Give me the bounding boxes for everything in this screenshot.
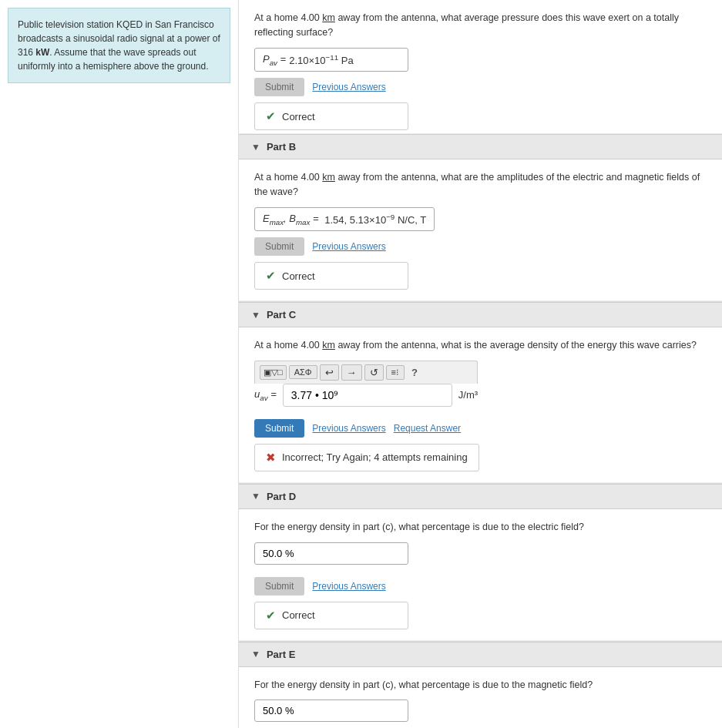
- partb-collapse-arrow[interactable]: ▼: [251, 142, 260, 153]
- intro-question: At a home 4.00 km away from the antenna,…: [239, 0, 722, 134]
- partd-prev-answers-button[interactable]: Previous Answers: [312, 581, 385, 592]
- partd-input[interactable]: [254, 542, 408, 565]
- partb-question-text: At a home 4.00 km away from the antenna,…: [254, 170, 707, 200]
- partd-header[interactable]: ▼ Part D: [239, 484, 722, 509]
- math-toolbar-menu-btn[interactable]: ≡⁝: [386, 365, 405, 380]
- math-toolbar-reset-btn[interactable]: ↺: [364, 364, 384, 381]
- math-toolbar-help-btn[interactable]: ?: [407, 365, 422, 380]
- partc-input[interactable]: [283, 384, 452, 407]
- math-toolbar-grid-btn[interactable]: ▣▽□: [260, 365, 287, 380]
- partc-incorrect-box: ✖ Incorrect; Try Again; 4 attempts remai…: [254, 444, 479, 471]
- partc-header[interactable]: ▼ Part C: [239, 302, 722, 327]
- partb-correct-box: ✔ Correct: [254, 262, 408, 290]
- parta-prev-answers-button[interactable]: Previous Answers: [312, 82, 385, 92]
- partd-btn-row: Submit Previous Answers: [254, 577, 707, 595]
- partd-section: ▼ Part D For the energy density in part …: [239, 484, 722, 642]
- problem-description: Public television station KQED in San Fr…: [8, 8, 230, 83]
- partc-submit-button[interactable]: Submit: [254, 419, 304, 438]
- parta-check-icon: ✔: [266, 109, 276, 123]
- parte-body: For the energy density in part (c), what…: [239, 667, 722, 728]
- partb-body: At a home 4.00 km away from the antenna,…: [239, 159, 722, 301]
- parte-header[interactable]: ▼ Part E: [239, 642, 722, 667]
- math-toolbar-symbols-btn[interactable]: ΑΣΦ: [289, 365, 317, 379]
- partb-answer-box: Emax, Bmax = 1.54, 5.13×10−9 N/C, T: [254, 207, 435, 232]
- parta-answer-box: Pav = 2.10×10−11 Pa: [254, 48, 408, 72]
- partb-check-icon: ✔: [266, 269, 276, 283]
- partb-header[interactable]: ▼ Part B: [239, 134, 722, 159]
- intro-question-text: At a home 4.00 km away from the antenna,…: [254, 11, 707, 40]
- main-content: At a home 4.00 km away from the antenna,…: [239, 0, 722, 728]
- parte-section: ▼ Part E For the energy density in part …: [239, 642, 722, 728]
- math-toolbar: ▣▽□ ΑΣΦ ↩ → ↺ ≡⁝ ?: [254, 361, 478, 384]
- sidebar: Public television station KQED in San Fr…: [0, 0, 239, 728]
- partd-title: Part D: [267, 491, 296, 502]
- partb-section: ▼ Part B At a home 4.00 km away from the…: [239, 134, 722, 302]
- partc-var-label: uav =: [254, 388, 277, 402]
- partd-correct-box: ✔ Correct: [254, 602, 408, 629]
- partc-incorrect-label: Incorrect; Try Again; 4 attempts remaini…: [282, 451, 468, 463]
- parte-title: Part E: [267, 649, 296, 660]
- parta-btn-row: Submit Previous Answers: [254, 78, 707, 96]
- partc-x-icon: ✖: [266, 451, 276, 465]
- parta-answer-value: 2.10×10−11 Pa: [289, 53, 353, 66]
- math-toolbar-redo-btn[interactable]: →: [341, 364, 362, 381]
- partc-prev-answers-button[interactable]: Previous Answers: [312, 423, 385, 434]
- parta-correct-label: Correct: [282, 111, 315, 122]
- parta-correct-box: ✔ Correct: [254, 102, 408, 130]
- partb-correct-label: Correct: [282, 270, 315, 282]
- math-input-row: uav = J/m³: [254, 384, 478, 407]
- partb-eq-label: Emax, Bmax =: [263, 213, 319, 226]
- partc-body: At a home 4.00 km away from the antenna,…: [239, 327, 722, 483]
- partc-unit: J/m³: [458, 389, 478, 401]
- partc-collapse-arrow[interactable]: ▼: [251, 310, 260, 320]
- partc-section: ▼ Part C At a home 4.00 km away from the…: [239, 302, 722, 484]
- partd-collapse-arrow[interactable]: ▼: [251, 491, 260, 502]
- partb-btn-row: Submit Previous Answers: [254, 237, 707, 256]
- partd-submit-button[interactable]: Submit: [254, 577, 304, 595]
- partd-check-icon: ✔: [266, 609, 276, 622]
- parte-collapse-arrow[interactable]: ▼: [251, 649, 260, 659]
- partb-prev-answers-button[interactable]: Previous Answers: [312, 241, 385, 252]
- partc-btn-row: Submit Previous Answers Request Answer: [254, 419, 707, 438]
- partd-question-text: For the energy density in part (c), what…: [254, 520, 707, 535]
- problem-text: Public television station KQED in San Fr…: [18, 19, 220, 72]
- math-toolbar-undo-btn[interactable]: ↩: [320, 364, 339, 381]
- partc-title: Part C: [267, 309, 296, 320]
- partc-question-text: At a home 4.00 km away from the antenna,…: [254, 338, 707, 353]
- partd-correct-label: Correct: [282, 609, 315, 621]
- parta-eq-label: Pav =: [263, 53, 286, 67]
- parte-question-text: For the energy density in part (c), what…: [254, 678, 707, 693]
- partb-title: Part B: [267, 141, 296, 153]
- partc-request-answer-button[interactable]: Request Answer: [394, 423, 461, 434]
- parta-submit-button[interactable]: Submit: [254, 78, 304, 96]
- partb-answer-value: 1.54, 5.13×10−9 N/C, T: [322, 213, 427, 226]
- parte-input[interactable]: [254, 699, 408, 722]
- partb-submit-button[interactable]: Submit: [254, 237, 304, 256]
- partd-body: For the energy density in part (c), what…: [239, 509, 722, 641]
